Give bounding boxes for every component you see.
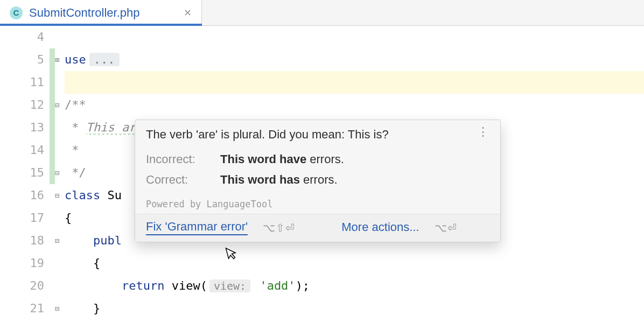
code-line: { bbox=[65, 252, 644, 275]
line-number-gutter: 4 5 11 12 13 14 15 16 17 18 19 20 21 bbox=[0, 26, 50, 322]
line-number: 14 bbox=[0, 139, 44, 162]
line-number: 19 bbox=[0, 252, 44, 275]
line-number: 5 bbox=[0, 48, 44, 71]
line-number: 4 bbox=[0, 26, 44, 48]
code-line: return view(view: 'add'); bbox=[65, 275, 644, 297]
line-number: 11 bbox=[0, 71, 44, 94]
more-options-icon[interactable]: ⋮ bbox=[477, 128, 489, 134]
inspection-popup: The verb 'are' is plural. Did you mean: … bbox=[135, 120, 501, 242]
fold-marker bbox=[50, 26, 65, 48]
line-number: 21 bbox=[0, 297, 44, 320]
code-tail: ); bbox=[296, 279, 310, 292]
keyword-use: use bbox=[65, 53, 86, 66]
code-line: } bbox=[65, 297, 644, 320]
more-shortcut: ⌥⏎ bbox=[435, 221, 457, 234]
incorrect-example: This word have errors. bbox=[220, 152, 489, 166]
folded-region[interactable]: ... bbox=[89, 53, 120, 66]
line-number: 13 bbox=[0, 116, 44, 139]
code-line: use... bbox=[65, 48, 644, 71]
doc-blank: * bbox=[65, 143, 79, 157]
brace: { bbox=[65, 256, 100, 270]
fold-gutter: ⊞ ⊟ ⊟ ⊟ ⊟ ⊟ bbox=[50, 26, 65, 322]
keyword-fragment: publ bbox=[65, 234, 122, 247]
code-line-current bbox=[65, 71, 644, 94]
string-literal: 'add' bbox=[253, 279, 295, 292]
fix-shortcut: ⌥⇧⏎ bbox=[263, 221, 295, 234]
line-number: 17 bbox=[0, 207, 44, 229]
close-icon[interactable]: ✕ bbox=[184, 7, 192, 19]
keyword-return: return bbox=[65, 279, 164, 292]
code-line bbox=[65, 26, 644, 48]
incorrect-label: Incorrect: bbox=[146, 152, 216, 166]
popup-body: The verb 'are' is plural. Did you mean: … bbox=[135, 120, 500, 214]
brace: { bbox=[65, 211, 72, 225]
fold-marker bbox=[50, 252, 65, 275]
line-number: 12 bbox=[0, 94, 44, 116]
correct-label: Correct: bbox=[146, 173, 216, 187]
fold-collapse-icon[interactable]: ⊟ bbox=[50, 184, 65, 207]
fold-end-icon[interactable]: ⊟ bbox=[50, 297, 65, 320]
doc-close: */ bbox=[65, 166, 86, 179]
line-number: 16 bbox=[0, 184, 44, 207]
line-number: 20 bbox=[0, 275, 44, 297]
class-name: Su bbox=[100, 188, 122, 202]
fold-collapse-icon[interactable]: ⊟ bbox=[50, 229, 65, 252]
keyword-class: class bbox=[65, 188, 100, 202]
tab-title: SubmitController.php bbox=[29, 6, 139, 20]
fn-call: view( bbox=[164, 279, 207, 292]
change-marker bbox=[50, 48, 55, 184]
doc-open: /** bbox=[65, 98, 86, 111]
brace: } bbox=[65, 302, 100, 315]
parameter-hint: view: bbox=[209, 279, 250, 292]
popup-actions: Fix 'Grammar error' ⌥⇧⏎ More actions... … bbox=[135, 214, 500, 242]
doc-prefix: * bbox=[65, 121, 86, 134]
more-actions-link[interactable]: More actions... bbox=[341, 220, 419, 235]
fix-grammar-link[interactable]: Fix 'Grammar error' bbox=[146, 220, 248, 235]
fold-marker bbox=[50, 207, 65, 229]
editor-tab-active[interactable]: C SubmitController.php ✕ bbox=[0, 0, 202, 25]
line-number: 15 bbox=[0, 162, 44, 184]
correct-example: This word has errors. bbox=[220, 173, 489, 187]
code-line: /** bbox=[65, 94, 644, 116]
line-number: 18 bbox=[0, 229, 44, 252]
file-type-class-icon: C bbox=[10, 6, 23, 19]
popup-message: The verb 'are' is plural. Did you mean: … bbox=[146, 128, 389, 142]
fold-marker bbox=[50, 275, 65, 297]
powered-by-text: Powered by LanguageTool bbox=[146, 199, 489, 209]
tab-bar: C SubmitController.php ✕ bbox=[0, 0, 644, 26]
